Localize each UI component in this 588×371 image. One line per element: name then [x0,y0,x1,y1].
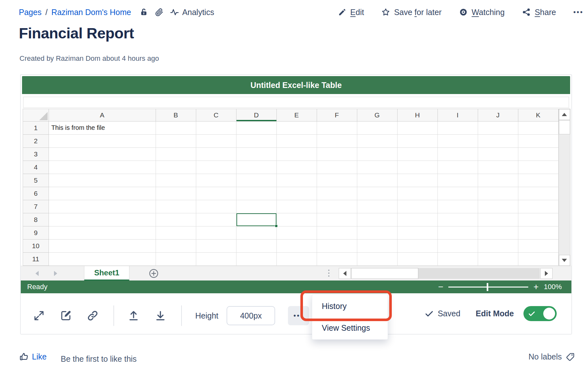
cell-I8[interactable] [437,213,478,226]
menu-item-view-settings[interactable]: View Settings [312,318,388,338]
cell-G2[interactable] [357,134,397,147]
cell-C5[interactable] [196,174,236,187]
cell-G8[interactable] [357,213,397,226]
cell-H7[interactable] [397,200,437,213]
cell-I5[interactable] [437,174,478,187]
row-header-3[interactable]: 3 [23,147,49,161]
cell-J10[interactable] [478,239,518,252]
cell-E6[interactable] [276,187,317,200]
cell-E4[interactable] [276,161,317,174]
cell-B2[interactable] [156,134,196,147]
zoom-in-button[interactable]: + [533,280,538,293]
cell-H6[interactable] [397,187,437,200]
cell-I2[interactable] [437,134,478,147]
vertical-scroll-thumb[interactable] [559,120,570,134]
row-header-4[interactable]: 4 [23,161,49,174]
cell-E7[interactable] [276,200,317,213]
cell-B4[interactable] [156,161,196,174]
cell-G7[interactable] [357,200,397,213]
edit-table-icon[interactable] [60,310,72,322]
cell-G10[interactable] [357,239,397,252]
cell-B9[interactable] [156,226,196,239]
cell-I1[interactable] [437,121,478,134]
cell-I6[interactable] [437,187,478,200]
cell-K10[interactable] [518,239,558,252]
column-header-F[interactable]: F [317,109,357,121]
add-sheet-button[interactable] [149,268,159,280]
cell-A8[interactable] [49,213,156,226]
cell-H3[interactable] [397,147,437,161]
column-header-D[interactable]: D [236,109,276,121]
cell-G9[interactable] [357,226,397,239]
breadcrumb-pages-link[interactable]: Pages [19,8,42,17]
prev-sheet-button[interactable] [35,271,39,276]
cell-A1[interactable]: This is from the file [49,121,156,134]
row-header-8[interactable]: 8 [23,213,49,226]
cell-D2[interactable] [236,134,276,147]
cell-K1[interactable] [518,121,558,134]
cell-E2[interactable] [276,134,317,147]
cell-H8[interactable] [397,213,437,226]
column-header-J[interactable]: J [478,109,518,121]
zoom-slider[interactable] [448,287,528,288]
cell-D1[interactable] [236,121,276,134]
cell-J8[interactable] [478,213,518,226]
cell-A10[interactable] [49,239,156,252]
cell-C1[interactable] [196,121,236,134]
cell-J3[interactable] [478,147,518,161]
edit-mode-toggle[interactable] [523,306,557,321]
cell-C3[interactable] [196,147,236,161]
row-header-10[interactable]: 10 [23,239,49,252]
cell-J7[interactable] [478,200,518,213]
cell-I11[interactable] [437,252,478,265]
cell-F10[interactable] [317,239,357,252]
page-more-button[interactable]: ••• [573,8,584,16]
cell-J5[interactable] [478,174,518,187]
breadcrumb-space-link[interactable]: Raziman Dom's Home [51,8,131,17]
menu-item-history[interactable]: History [312,295,388,318]
cell-D6[interactable] [236,187,276,200]
cell-D5[interactable] [236,174,276,187]
cell-C7[interactable] [196,200,236,213]
scroll-left-button[interactable] [339,268,351,279]
row-header-9[interactable]: 9 [23,226,49,239]
cell-B10[interactable] [156,239,196,252]
scrollbar-resize-handle[interactable] [328,270,329,278]
row-header-2[interactable]: 2 [23,134,49,147]
cell-F5[interactable] [317,174,357,187]
cell-C4[interactable] [196,161,236,174]
upload-icon[interactable] [128,310,140,322]
cell-F4[interactable] [317,161,357,174]
cell-K5[interactable] [518,174,558,187]
cell-F9[interactable] [317,226,357,239]
cell-B5[interactable] [156,174,196,187]
height-input[interactable] [227,306,275,325]
cell-J6[interactable] [478,187,518,200]
cell-D8[interactable] [236,213,276,226]
row-header-11[interactable]: 11 [23,252,49,265]
cell-J11[interactable] [478,252,518,265]
cell-G4[interactable] [357,161,397,174]
cell-F3[interactable] [317,147,357,161]
cell-K7[interactable] [518,200,558,213]
cell-E11[interactable] [276,252,317,265]
horizontal-scroll-thumb[interactable] [351,268,418,279]
sheet-tab-sheet1[interactable]: Sheet1 [84,266,129,281]
column-header-I[interactable]: I [437,109,478,121]
cell-C10[interactable] [196,239,236,252]
cell-E8[interactable] [276,213,317,226]
cell-K6[interactable] [518,187,558,200]
cell-G11[interactable] [357,252,397,265]
cell-K11[interactable] [518,252,558,265]
cell-I3[interactable] [437,147,478,161]
column-header-E[interactable]: E [276,109,317,121]
vertical-scrollbar[interactable] [559,109,570,266]
expand-icon[interactable] [33,310,45,322]
link-icon[interactable] [87,310,99,322]
cell-D4[interactable] [236,161,276,174]
scroll-right-button[interactable] [540,268,553,279]
save-for-later-button[interactable]: Save for later [381,8,442,17]
cell-E1[interactable] [276,121,317,134]
cell-I10[interactable] [437,239,478,252]
cell-E5[interactable] [276,174,317,187]
